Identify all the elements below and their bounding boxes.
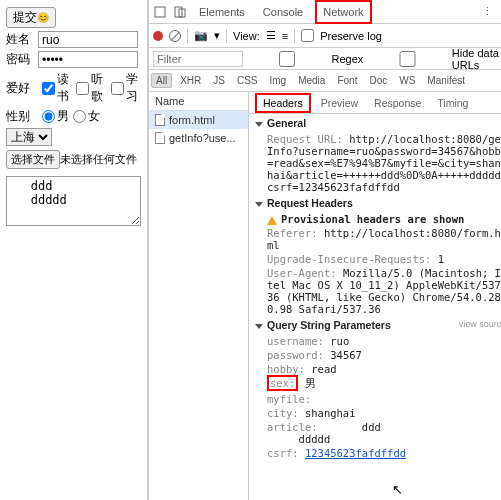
record-icon[interactable]	[153, 31, 163, 41]
filter-doc[interactable]: Doc	[365, 74, 391, 87]
type-filter: All XHR JS CSS Img Media Font Doc WS Man…	[149, 70, 501, 92]
clear-icon[interactable]	[169, 30, 181, 42]
devtools-tabbar: Elements Console Network ⋮ ×	[149, 0, 501, 24]
article-textarea[interactable]: ddd ddddd	[6, 176, 141, 226]
hobby-label: 爱好	[6, 80, 38, 97]
detail-tab-response[interactable]: Response	[368, 95, 427, 111]
hobby-read-text: 读书	[57, 71, 72, 105]
request-list: Name form.html getInfo?use...	[149, 92, 249, 500]
sex-female-text: 女	[88, 108, 100, 125]
section-request-headers[interactable]: Request Headers	[249, 194, 501, 212]
disclosure-icon	[255, 122, 263, 127]
sex-male-text: 男	[57, 108, 69, 125]
header-referer: Referer: http://localhost:8080/form.html	[249, 226, 501, 252]
network-toolbar: 📷 ▾ View: ☰ ≡ Preserve log	[149, 24, 501, 48]
detail-tab-preview[interactable]: Preview	[315, 95, 364, 111]
file-status: 未选择任何文件	[60, 152, 137, 167]
filter-manifest[interactable]: Manifest	[423, 74, 469, 87]
disclosure-icon	[255, 324, 263, 329]
section-query-params[interactable]: Query String Parametersview source	[249, 316, 501, 334]
filter-icon[interactable]: ▾	[214, 29, 220, 42]
request-item-getinfo[interactable]: getInfo?use...	[149, 129, 248, 147]
qsp-hobby: hobby: read	[249, 362, 501, 376]
qsp-city: city: shanghai	[249, 406, 501, 420]
password-label: 密码	[6, 51, 38, 68]
request-detail: Headers Preview Response Timing General …	[249, 92, 501, 500]
section-general[interactable]: General	[249, 114, 501, 132]
filter-css[interactable]: CSS	[233, 74, 262, 87]
hobby-study-text: 学习	[126, 71, 141, 105]
filter-xhr[interactable]: XHR	[176, 74, 205, 87]
disclosure-icon	[255, 202, 263, 207]
devtools-panel: Elements Console Network ⋮ × 📷 ▾ View: ☰…	[148, 0, 501, 500]
file-icon	[155, 132, 165, 144]
view-source-link[interactable]: view source	[459, 319, 501, 329]
tab-elements[interactable]: Elements	[193, 2, 251, 22]
detail-tab-headers[interactable]: Headers	[255, 93, 311, 113]
filter-all[interactable]: All	[151, 73, 172, 88]
filter-js[interactable]: JS	[209, 74, 229, 87]
tab-network[interactable]: Network	[315, 0, 371, 24]
form-panel: 提交😊 姓名 密码 爱好 读书 听歌 学习 性别 男 女 上海 选择文件 未选择…	[0, 0, 148, 500]
preserve-log-label: Preserve log	[320, 30, 382, 42]
svg-rect-0	[155, 7, 165, 17]
sex-female-radio[interactable]	[73, 110, 86, 123]
provisional-warning: Provisional headers are shown	[249, 212, 501, 226]
filter-img[interactable]: Img	[265, 74, 290, 87]
hide-urls-checkbox[interactable]	[371, 51, 443, 67]
more-icon[interactable]: ⋮	[480, 5, 494, 19]
hobby-listen-checkbox[interactable]	[76, 82, 89, 95]
hide-urls-label: Hide data URLs	[452, 47, 501, 71]
hobby-read-checkbox[interactable]	[42, 82, 55, 95]
password-input[interactable]	[38, 51, 138, 68]
filter-media[interactable]: Media	[294, 74, 329, 87]
tab-console[interactable]: Console	[257, 2, 309, 22]
regex-checkbox[interactable]	[251, 51, 323, 67]
device-icon[interactable]	[173, 5, 187, 19]
sex-male-radio[interactable]	[42, 110, 55, 123]
request-item-form[interactable]: form.html	[149, 111, 248, 129]
view-small-icon[interactable]: ≡	[282, 30, 288, 42]
file-button[interactable]: 选择文件	[6, 150, 60, 169]
qsp-article: article: ddd ddddd	[249, 420, 501, 446]
detail-tab-timing[interactable]: Timing	[431, 95, 474, 111]
hobby-study-checkbox[interactable]	[111, 82, 124, 95]
qsp-myfile: myfile:	[249, 392, 501, 406]
inspect-icon[interactable]	[153, 5, 167, 19]
hobby-listen-text: 听歌	[91, 71, 106, 105]
filter-ws[interactable]: WS	[395, 74, 419, 87]
filter-font[interactable]: Font	[333, 74, 361, 87]
name-label: 姓名	[6, 31, 38, 48]
regex-label: Regex	[331, 53, 363, 65]
detail-tabs: Headers Preview Response Timing	[249, 92, 501, 114]
camera-icon[interactable]: 📷	[194, 29, 208, 42]
warning-icon	[267, 216, 277, 225]
view-large-icon[interactable]: ☰	[266, 29, 276, 42]
filter-bar: Regex Hide data URLs	[149, 48, 501, 70]
header-user-agent: User-Agent: Mozilla/5.0 (Macintosh; Inte…	[249, 266, 501, 316]
preserve-log-checkbox[interactable]	[301, 29, 314, 42]
qsp-sex: sex: 男	[249, 376, 501, 392]
qsp-csrf: csrf: 12345623fafdffdd	[249, 446, 501, 460]
reqlist-header: Name	[149, 92, 248, 111]
request-url: Request URL: http://localhost:8080/getIn…	[249, 132, 501, 194]
sex-label: 性别	[6, 108, 38, 125]
file-icon	[155, 114, 165, 126]
header-upgrade: Upgrade-Insecure-Requests: 1	[249, 252, 501, 266]
submit-button[interactable]: 提交😊	[6, 7, 56, 28]
name-input[interactable]	[38, 31, 138, 48]
qsp-password: password: 34567	[249, 348, 501, 362]
filter-input[interactable]	[153, 51, 243, 67]
view-label: View:	[233, 30, 260, 42]
qsp-username: username: ruo	[249, 334, 501, 348]
city-select[interactable]: 上海	[6, 128, 52, 146]
